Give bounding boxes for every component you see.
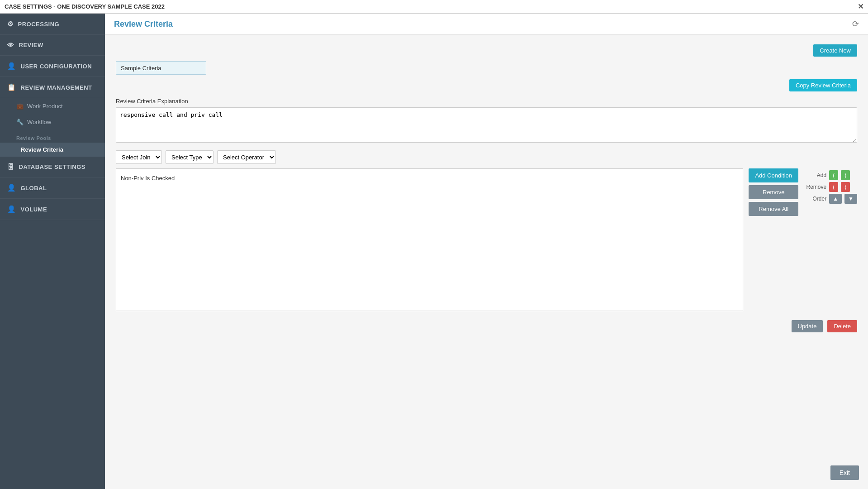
order-down-button[interactable]: ▼ [844, 194, 857, 204]
sidebar: ⚙ PROCESSING 👁 REVIEW 👤 USER CONFIGURATI… [0, 14, 105, 489]
bottom-actions: Update Delete [116, 320, 857, 332]
condition-list-box: Non-Priv Is Checked [116, 168, 743, 311]
condition-item[interactable]: Non-Priv Is Checked [121, 173, 738, 183]
review-management-icon: 📋 [7, 83, 16, 91]
select-operator-dropdown[interactable]: Select Operator = != [217, 150, 276, 164]
content-area: Create New Sample Criteria Copy Review C… [105, 35, 868, 489]
sidebar-item-review-management[interactable]: 📋 REVIEW MANAGEMENT [0, 77, 105, 98]
sidebar-item-global[interactable]: 👤 GLOBAL [0, 177, 105, 199]
sidebar-label-review-criteria: Review Criteria [21, 146, 63, 153]
window-title: CASE SETTINGS - ONE DISCOVERY SAMPLE CAS… [5, 3, 165, 10]
sidebar-label-user-configuration: USER CONFIGURATION [21, 63, 92, 70]
order-up-button[interactable]: ▲ [829, 194, 842, 204]
criteria-selector-row: Sample Criteria [116, 61, 857, 75]
condition-panel: Non-Priv Is Checked Add Condition Remove… [116, 168, 857, 311]
sidebar-item-database-settings[interactable]: 🗄 DATABASE SETTINGS [0, 157, 105, 177]
sidebar-item-volume[interactable]: 👤 VOLUME [0, 199, 105, 220]
sidebar-item-user-configuration[interactable]: 👤 USER CONFIGURATION [0, 56, 105, 77]
exit-button[interactable]: Exit [830, 465, 859, 480]
remove-all-button[interactable]: Remove All [749, 202, 798, 216]
close-button[interactable]: ✕ [858, 2, 863, 11]
remove-button[interactable]: Remove [749, 185, 798, 199]
global-icon: 👤 [7, 184, 16, 192]
select-join-dropdown[interactable]: Select Join AND OR [116, 150, 162, 164]
remove-label: Remove [804, 184, 826, 190]
sidebar-item-processing[interactable]: ⚙ PROCESSING [0, 14, 105, 35]
select-type-dropdown[interactable]: Select Type Field Tag [166, 150, 213, 164]
add-condition-button[interactable]: Add Condition [749, 168, 798, 182]
criteria-dropdown[interactable]: Sample Criteria [116, 61, 206, 75]
order-row: Order ▲ ▼ [804, 194, 857, 204]
bracket-controls: Add ( ) Remove ( ) Order ▲ ▼ [804, 170, 857, 204]
page-title: Review Criteria [114, 19, 173, 29]
review-pools-label: Review Pools [0, 130, 105, 143]
create-new-button[interactable]: Create New [813, 44, 857, 57]
add-bracket-row: Add ( ) [804, 170, 857, 180]
remove-bracket-row: Remove ( ) [804, 182, 857, 192]
sidebar-item-review-criteria[interactable]: Review Criteria [0, 143, 105, 157]
sidebar-label-workflow: Workflow [27, 119, 51, 125]
add-label: Add [804, 172, 826, 178]
sidebar-label-review-management: REVIEW MANAGEMENT [21, 84, 92, 91]
sidebar-item-workflow[interactable]: 🔧 Workflow [0, 114, 105, 130]
remove-open-paren-button[interactable]: ( [829, 182, 838, 192]
sidebar-label-work-product: Work Product [27, 103, 63, 110]
add-close-paren-button[interactable]: ) [841, 170, 850, 180]
work-product-icon: 💼 [16, 103, 24, 110]
update-button[interactable]: Update [792, 320, 823, 332]
content-header: Review Criteria ⟳ [105, 14, 868, 35]
review-icon: 👁 [7, 41, 14, 49]
delete-button[interactable]: Delete [827, 320, 857, 332]
remove-close-paren-button[interactable]: ) [841, 182, 850, 192]
explanation-label: Review Criteria Explanation [116, 98, 857, 105]
sidebar-item-review[interactable]: 👁 REVIEW [0, 35, 105, 56]
title-bar: CASE SETTINGS - ONE DISCOVERY SAMPLE CAS… [0, 0, 868, 14]
user-configuration-icon: 👤 [7, 62, 16, 70]
sidebar-label-global: GLOBAL [21, 185, 47, 192]
database-settings-icon: 🗄 [7, 163, 14, 171]
volume-icon: 👤 [7, 205, 16, 213]
sidebar-label-processing: PROCESSING [18, 21, 60, 28]
processing-icon: ⚙ [7, 20, 14, 28]
copy-review-criteria-button[interactable]: Copy Review Criteria [789, 79, 857, 91]
condition-dropdowns-row: Select Join AND OR Select Type Field Tag… [116, 150, 857, 164]
create-new-row: Create New [116, 44, 857, 57]
condition-actions: Add Condition Remove Remove All [749, 168, 798, 216]
order-label: Order [804, 196, 826, 202]
refresh-button[interactable]: ⟳ [852, 19, 859, 29]
sidebar-item-work-product[interactable]: 💼 Work Product [0, 98, 105, 114]
workflow-icon: 🔧 [16, 119, 24, 125]
sidebar-label-review: REVIEW [19, 42, 43, 48]
sidebar-label-database-settings: DATABASE SETTINGS [19, 163, 85, 170]
copy-row: Copy Review Criteria [116, 79, 857, 91]
sidebar-label-volume: VOLUME [21, 206, 47, 213]
main-content: Review Criteria ⟳ Create New Sample Crit… [105, 14, 868, 489]
explanation-textarea[interactable]: responsive call and priv call [116, 107, 857, 143]
add-open-paren-button[interactable]: ( [829, 170, 838, 180]
